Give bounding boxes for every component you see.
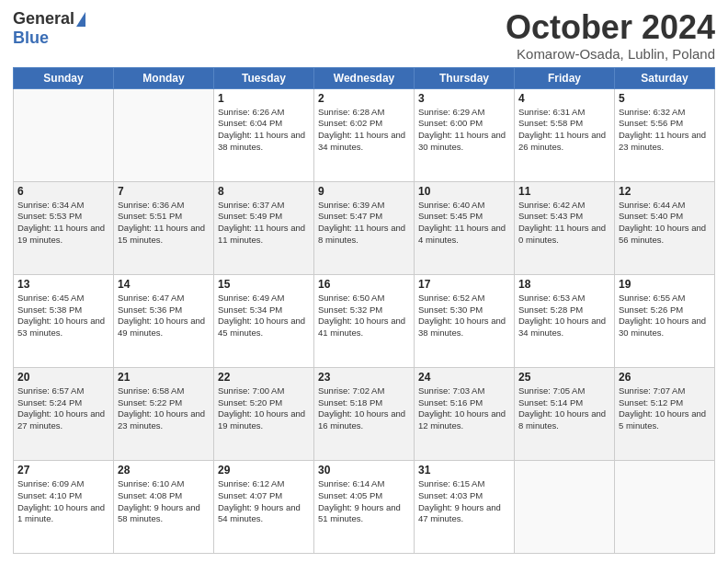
day-number: 29 (218, 464, 310, 477)
day-number: 18 (518, 278, 610, 291)
day-number: 14 (118, 278, 210, 291)
calendar-cell: 28Sunrise: 6:10 AM Sunset: 4:08 PM Dayli… (114, 460, 214, 553)
day-info: Sunrise: 6:28 AM Sunset: 6:02 PM Dayligh… (318, 107, 410, 154)
calendar-header: SundayMondayTuesdayWednesdayThursdayFrid… (14, 67, 715, 88)
month-title: October 2024 (506, 9, 715, 46)
page: General Blue October 2024 Komarow-Osada,… (0, 0, 728, 563)
calendar-cell: 19Sunrise: 6:55 AM Sunset: 5:26 PM Dayli… (615, 274, 715, 367)
calendar-cell: 12Sunrise: 6:44 AM Sunset: 5:40 PM Dayli… (615, 181, 715, 274)
day-header-tuesday: Tuesday (214, 67, 314, 88)
calendar-cell (114, 88, 214, 181)
day-info: Sunrise: 6:45 AM Sunset: 5:38 PM Dayligh… (17, 293, 109, 339)
day-header-friday: Friday (515, 67, 615, 88)
calendar-cell: 18Sunrise: 6:53 AM Sunset: 5:28 PM Dayli… (515, 274, 615, 367)
day-info: Sunrise: 6:29 AM Sunset: 6:00 PM Dayligh… (418, 107, 510, 154)
day-number: 5 (619, 92, 711, 105)
day-info: Sunrise: 6:55 AM Sunset: 5:26 PM Dayligh… (619, 293, 711, 339)
day-header-monday: Monday (114, 67, 214, 88)
day-header-sunday: Sunday (14, 67, 114, 88)
day-info: Sunrise: 7:07 AM Sunset: 5:12 PM Dayligh… (619, 385, 711, 432)
day-header-thursday: Thursday (415, 67, 515, 88)
calendar-table: SundayMondayTuesdayWednesdayThursdayFrid… (13, 67, 715, 554)
day-number: 4 (518, 92, 610, 105)
calendar-cell: 2Sunrise: 6:28 AM Sunset: 6:02 PM Daylig… (314, 88, 415, 181)
calendar-body: 1Sunrise: 6:26 AM Sunset: 6:04 PM Daylig… (14, 88, 715, 553)
calendar-cell: 14Sunrise: 6:47 AM Sunset: 5:36 PM Dayli… (114, 274, 214, 367)
calendar-cell (615, 460, 715, 553)
day-info: Sunrise: 6:26 AM Sunset: 6:04 PM Dayligh… (218, 107, 310, 154)
calendar-cell: 21Sunrise: 6:58 AM Sunset: 5:22 PM Dayli… (114, 367, 214, 460)
day-info: Sunrise: 6:40 AM Sunset: 5:45 PM Dayligh… (418, 200, 510, 247)
day-info: Sunrise: 6:12 AM Sunset: 4:07 PM Dayligh… (218, 478, 310, 525)
logo-blue-text: Blue (13, 29, 49, 48)
day-info: Sunrise: 6:15 AM Sunset: 4:03 PM Dayligh… (418, 478, 510, 525)
day-info: Sunrise: 7:05 AM Sunset: 5:14 PM Dayligh… (518, 385, 610, 432)
calendar-cell: 7Sunrise: 6:36 AM Sunset: 5:51 PM Daylig… (114, 181, 214, 274)
day-number: 28 (118, 464, 210, 477)
day-info: Sunrise: 6:53 AM Sunset: 5:28 PM Dayligh… (518, 293, 610, 339)
calendar-cell: 11Sunrise: 6:42 AM Sunset: 5:43 PM Dayli… (515, 181, 615, 274)
day-info: Sunrise: 6:39 AM Sunset: 5:47 PM Dayligh… (318, 200, 410, 247)
calendar-week-2: 6Sunrise: 6:34 AM Sunset: 5:53 PM Daylig… (14, 181, 715, 274)
calendar-cell: 23Sunrise: 7:02 AM Sunset: 5:18 PM Dayli… (314, 367, 415, 460)
day-number: 10 (418, 185, 510, 198)
calendar-cell: 30Sunrise: 6:14 AM Sunset: 4:05 PM Dayli… (314, 460, 415, 553)
calendar-cell: 29Sunrise: 6:12 AM Sunset: 4:07 PM Dayli… (214, 460, 314, 553)
day-info: Sunrise: 6:09 AM Sunset: 4:10 PM Dayligh… (17, 478, 109, 525)
day-info: Sunrise: 6:52 AM Sunset: 5:30 PM Dayligh… (418, 293, 510, 339)
day-info: Sunrise: 6:37 AM Sunset: 5:49 PM Dayligh… (218, 200, 310, 247)
calendar-cell: 22Sunrise: 7:00 AM Sunset: 5:20 PM Dayli… (214, 367, 314, 460)
day-info: Sunrise: 6:32 AM Sunset: 5:56 PM Dayligh… (619, 107, 711, 154)
calendar-cell: 13Sunrise: 6:45 AM Sunset: 5:38 PM Dayli… (14, 274, 114, 367)
calendar-week-1: 1Sunrise: 6:26 AM Sunset: 6:04 PM Daylig… (14, 88, 715, 181)
calendar-week-4: 20Sunrise: 6:57 AM Sunset: 5:24 PM Dayli… (14, 367, 715, 460)
header-row: SundayMondayTuesdayWednesdayThursdayFrid… (14, 67, 715, 88)
day-number: 16 (318, 278, 410, 291)
day-number: 31 (418, 464, 510, 477)
calendar-cell: 26Sunrise: 7:07 AM Sunset: 5:12 PM Dayli… (615, 367, 715, 460)
calendar-cell: 25Sunrise: 7:05 AM Sunset: 5:14 PM Dayli… (515, 367, 615, 460)
title-block: October 2024 Komarow-Osada, Lublin, Pola… (506, 9, 715, 62)
day-number: 6 (17, 185, 109, 198)
calendar-cell: 15Sunrise: 6:49 AM Sunset: 5:34 PM Dayli… (214, 274, 314, 367)
calendar-cell: 9Sunrise: 6:39 AM Sunset: 5:47 PM Daylig… (314, 181, 415, 274)
day-number: 12 (619, 185, 711, 198)
day-number: 8 (218, 185, 310, 198)
day-number: 15 (218, 278, 310, 291)
day-info: Sunrise: 6:42 AM Sunset: 5:43 PM Dayligh… (518, 200, 610, 247)
day-number: 30 (318, 464, 410, 477)
day-number: 22 (218, 371, 310, 384)
header: General Blue October 2024 Komarow-Osada,… (13, 9, 715, 62)
day-info: Sunrise: 7:03 AM Sunset: 5:16 PM Dayligh… (418, 385, 510, 432)
day-info: Sunrise: 7:02 AM Sunset: 5:18 PM Dayligh… (318, 385, 410, 432)
day-number: 25 (518, 371, 610, 384)
day-info: Sunrise: 6:49 AM Sunset: 5:34 PM Dayligh… (218, 293, 310, 339)
calendar-cell (14, 88, 114, 181)
calendar-cell: 1Sunrise: 6:26 AM Sunset: 6:04 PM Daylig… (214, 88, 314, 181)
day-number: 24 (418, 371, 510, 384)
day-number: 11 (518, 185, 610, 198)
day-number: 13 (17, 278, 109, 291)
day-info: Sunrise: 6:47 AM Sunset: 5:36 PM Dayligh… (118, 293, 210, 339)
day-info: Sunrise: 6:10 AM Sunset: 4:08 PM Dayligh… (118, 478, 210, 525)
calendar-cell: 3Sunrise: 6:29 AM Sunset: 6:00 PM Daylig… (415, 88, 515, 181)
location: Komarow-Osada, Lublin, Poland (506, 46, 715, 62)
day-number: 2 (318, 92, 410, 105)
day-info: Sunrise: 6:44 AM Sunset: 5:40 PM Dayligh… (619, 200, 711, 247)
day-info: Sunrise: 6:14 AM Sunset: 4:05 PM Dayligh… (318, 478, 410, 525)
day-number: 19 (619, 278, 711, 291)
calendar-cell: 20Sunrise: 6:57 AM Sunset: 5:24 PM Dayli… (14, 367, 114, 460)
logo: General Blue (13, 9, 85, 48)
day-number: 3 (418, 92, 510, 105)
calendar-cell: 5Sunrise: 6:32 AM Sunset: 5:56 PM Daylig… (615, 88, 715, 181)
calendar-cell: 6Sunrise: 6:34 AM Sunset: 5:53 PM Daylig… (14, 181, 114, 274)
calendar-cell: 10Sunrise: 6:40 AM Sunset: 5:45 PM Dayli… (415, 181, 515, 274)
day-number: 17 (418, 278, 510, 291)
day-header-wednesday: Wednesday (314, 67, 415, 88)
calendar-cell: 4Sunrise: 6:31 AM Sunset: 5:58 PM Daylig… (515, 88, 615, 181)
day-info: Sunrise: 6:57 AM Sunset: 5:24 PM Dayligh… (17, 385, 109, 432)
day-number: 23 (318, 371, 410, 384)
calendar-cell: 31Sunrise: 6:15 AM Sunset: 4:03 PM Dayli… (415, 460, 515, 553)
day-info: Sunrise: 6:34 AM Sunset: 5:53 PM Dayligh… (17, 200, 109, 247)
day-info: Sunrise: 6:31 AM Sunset: 5:58 PM Dayligh… (518, 107, 610, 154)
